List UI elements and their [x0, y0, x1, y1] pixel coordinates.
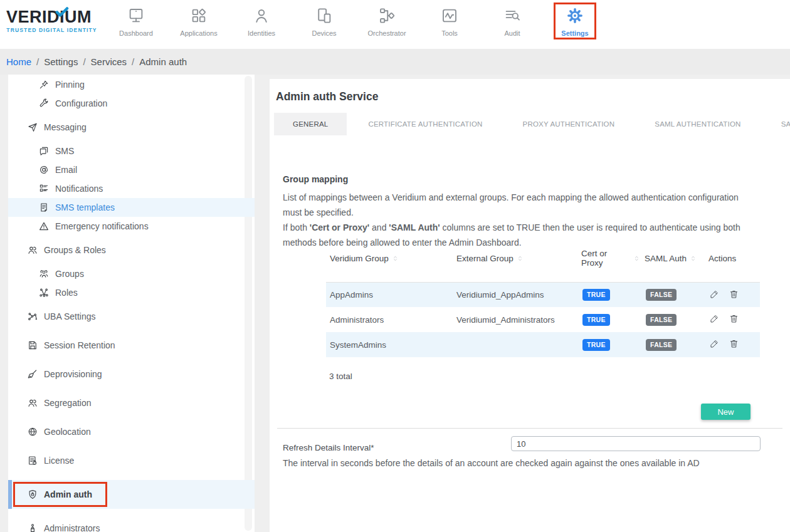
logo-tagline: TRUSTED DIGITAL IDENTITY [6, 27, 97, 33]
sidebar-item-geolocation[interactable]: Geolocation [8, 422, 255, 441]
column-header-external-group[interactable]: External Group [453, 254, 577, 263]
cell-veridium-group: SystemAdmins [326, 340, 453, 350]
sidebar-item-label: Geolocation [44, 427, 91, 437]
sidebar-item-license[interactable]: License [8, 451, 255, 470]
dashboard-icon [127, 6, 145, 25]
nav-item-tools[interactable]: Tools [418, 0, 481, 49]
sidebar-item-uba-settings[interactable]: UBA Settings [8, 307, 255, 326]
saml-auth-badge: FALSE [646, 314, 677, 326]
sidebar-item-label: Groups [55, 269, 84, 279]
breadcrumb-item-settings[interactable]: Settings [44, 56, 78, 67]
sort-icon [689, 254, 697, 263]
table-row-systemadmins: SystemAdminsTRUEFALSE [326, 332, 760, 357]
sidebar-item-label: Admin auth [44, 489, 92, 499]
sidebar-item-label: Deprovisioning [44, 369, 102, 379]
edit-mapping-button[interactable] [708, 289, 720, 300]
people-icon [27, 397, 38, 409]
sidebar-item-emergency-notifications[interactable]: Emergency notifications [8, 217, 255, 236]
column-header-actions: Actions [705, 254, 760, 263]
shield-lock-icon [27, 489, 38, 500]
list-icon [38, 183, 50, 194]
delete-mapping-button[interactable] [728, 313, 739, 325]
sort-icon [516, 254, 524, 263]
veridium-logo[interactable]: VERIDIUM TRUSTED DIGITAL IDENTITY [6, 8, 97, 33]
sidebar-item-session-retention[interactable]: Session Retention [8, 336, 255, 355]
sidebar-item-sms-templates[interactable]: SMS templates [8, 198, 255, 217]
at-icon [38, 164, 50, 175]
send-icon [27, 122, 38, 133]
sidebar-item-roles[interactable]: Roles [8, 283, 255, 302]
sidebar-item-segregation[interactable]: Segregation [8, 394, 255, 412]
nav-item-label: Settings [561, 29, 588, 37]
sidebar-item-label: SMS [55, 146, 74, 156]
main-panel: Admin auth Service GENERALCERTIFICATE AU… [270, 79, 790, 532]
cert-or-proxy-badge: TRUE [582, 289, 610, 301]
nav-item-applications[interactable]: Applications [167, 0, 230, 49]
page-title: Admin auth Service [276, 90, 378, 103]
devices-icon [315, 6, 334, 25]
sidebar-item-admin-auth[interactable]: Admin auth [8, 480, 255, 509]
edit-mapping-button[interactable] [708, 338, 720, 350]
sidebar-item-label: Pinning [55, 80, 85, 90]
nav-item-label: Tools [441, 29, 458, 37]
refresh-interval-input[interactable] [511, 436, 761, 451]
settings-icon [566, 6, 584, 25]
sidebar-item-label: Segregation [44, 398, 92, 408]
sidebar-item-administrators[interactable]: Administrators [8, 519, 255, 532]
group-mapping-description-1: List of mappings between a Veridium and … [283, 190, 750, 220]
nav-item-label: Devices [312, 29, 336, 37]
audit-icon [503, 6, 522, 25]
nav-item-audit[interactable]: Audit [481, 0, 544, 49]
cell-veridium-group: AppAdmins [326, 290, 453, 300]
breadcrumb-item-services[interactable]: Services [91, 56, 127, 67]
sidebar-item-configuration[interactable]: Configuration [8, 94, 255, 113]
breadcrumb-separator: / [83, 56, 85, 67]
new-mapping-button[interactable]: New [701, 404, 750, 420]
tab-general[interactable]: GENERAL [274, 113, 347, 135]
admin-person-icon [27, 523, 38, 532]
nav-item-label: Applications [180, 29, 217, 37]
nav-item-identities[interactable]: Identities [230, 0, 293, 49]
pin-icon [38, 79, 50, 90]
delete-mapping-button[interactable] [728, 338, 739, 350]
tab-proxy-authentication[interactable]: PROXY AUTHENTICATION [504, 113, 634, 135]
nav-item-devices[interactable]: Devices [293, 0, 356, 49]
globe-icon [27, 426, 38, 437]
sidebar-item-email[interactable]: Email [8, 160, 255, 179]
sidebar-item-label: Messaging [44, 122, 87, 132]
sidebar-item-groups-roles[interactable]: Groups & Roles [8, 241, 255, 259]
sidebar-item-label: Administrators [44, 523, 100, 532]
nav-item-settings[interactable]: Settings [544, 0, 606, 49]
sidebar-item-notifications[interactable]: Notifications [8, 179, 255, 198]
breadcrumb-separator: / [132, 56, 134, 67]
edit-mapping-button[interactable] [708, 313, 720, 325]
tab-saml-keys[interactable]: SAML KEYS [762, 113, 790, 135]
sidebar-item-sms[interactable]: SMS [8, 142, 255, 160]
column-header-saml-auth[interactable]: SAML Auth [641, 254, 705, 263]
delete-mapping-button[interactable] [728, 289, 739, 300]
cell-external-group: Veridiumid_Administrators [453, 315, 577, 325]
breadcrumb-item-home[interactable]: Home [6, 56, 31, 67]
logo-text: VERID [6, 8, 60, 26]
tab-saml-authentication[interactable]: SAML AUTHENTICATION [636, 113, 759, 135]
sidebar-item-messaging[interactable]: Messaging [8, 118, 255, 137]
tab-certificate-authentication[interactable]: CERTIFICATE AUTHENTICATION [349, 113, 501, 135]
sort-icon [391, 254, 399, 263]
sidebar-item-groups[interactable]: Groups [8, 264, 255, 283]
nav-item-orchestrator[interactable]: Orchestrator [356, 0, 418, 49]
group-mapping-heading: Group mapping [283, 174, 750, 184]
nav-item-dashboard[interactable]: Dashboard [105, 0, 167, 49]
save-icon [27, 340, 38, 351]
table-total-count: 3 total [329, 372, 352, 381]
breadcrumb: Home/Settings/Services/Admin auth [0, 49, 790, 75]
refresh-interval-label: Refresh Details Interval* [283, 443, 374, 452]
sidebar-item-label: Emergency notifications [55, 221, 149, 231]
logo-wordmark: VERIDIUM [6, 8, 97, 26]
column-header-cert-or-proxy[interactable]: Cert or Proxy [577, 249, 641, 268]
cell-external-group: Veridiumid_AppAdmins [453, 290, 577, 300]
sidebar-nav: PinningConfigurationMessagingSMSEmailNot… [8, 75, 255, 532]
sidebar-item-deprovisioning[interactable]: Deprovisioning [8, 365, 255, 383]
column-header-veridium-group[interactable]: Veridium Group [326, 254, 453, 263]
saml-auth-badge: FALSE [646, 339, 677, 351]
sidebar-item-pinning[interactable]: Pinning [8, 75, 255, 94]
